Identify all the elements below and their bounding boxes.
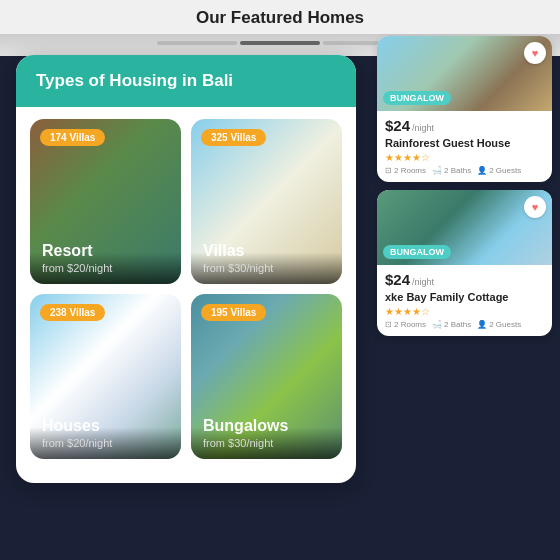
- property-card-2[interactable]: Bungalow ♥ $24 /night xke Bay Family Cot…: [377, 190, 552, 336]
- panel-header: Types of Housing in Bali: [16, 55, 356, 107]
- bath-icon: 🛁: [432, 166, 442, 175]
- bungalows-overlay: Bungalows from $30/night: [191, 406, 342, 459]
- left-panel: Types of Housing in Bali 174 Villas Reso…: [16, 55, 356, 483]
- panel-header-title: Types of Housing in Bali: [36, 71, 336, 91]
- card2-image: Bungalow ♥: [377, 190, 552, 265]
- villas-price: from $30/night: [203, 262, 330, 274]
- bungalows-villas-count: 195 Villas: [201, 304, 266, 321]
- villas-count: 325 Villas: [201, 129, 266, 146]
- rooms-icon-2: ⊡: [385, 320, 392, 329]
- housing-item-bungalows[interactable]: 195 Villas Bungalows from $30/night: [191, 294, 342, 459]
- card1-price-row: $24 /night: [385, 117, 544, 134]
- housing-item-houses[interactable]: 238 Villas Houses from $20/night: [30, 294, 181, 459]
- card1-guests: 👤 2 Guests: [477, 166, 521, 175]
- card1-meta: ⊡ 2 Rooms 🛁 2 Baths 👤 2 Guests: [385, 166, 544, 175]
- housing-grid: 174 Villas Resort from $20/night 325 Vil…: [16, 107, 356, 471]
- houses-villas-count: 238 Villas: [40, 304, 105, 321]
- card1-baths: 🛁 2 Baths: [432, 166, 471, 175]
- card2-price-row: $24 /night: [385, 271, 544, 288]
- right-panel: Bungalow ♥ $24 /night Rainforest Guest H…: [377, 36, 552, 336]
- page-title: Our Featured Homes: [0, 0, 560, 34]
- property-card-1[interactable]: Bungalow ♥ $24 /night Rainforest Guest H…: [377, 36, 552, 182]
- houses-name: Houses: [42, 416, 169, 435]
- houses-overlay: Houses from $20/night: [30, 406, 181, 459]
- card1-heart-button[interactable]: ♥: [524, 42, 546, 64]
- card2-badge: Bungalow: [383, 245, 451, 259]
- housing-item-villas[interactable]: 325 Villas Villas from $30/night: [191, 119, 342, 284]
- guest-icon-2: 👤: [477, 320, 487, 329]
- card2-guests: 👤 2 Guests: [477, 320, 521, 329]
- villas-overlay: Villas from $30/night: [191, 231, 342, 284]
- scroll-dot-2: [240, 41, 320, 45]
- resort-name: Resort: [42, 241, 169, 260]
- card1-image: Bungalow ♥: [377, 36, 552, 111]
- card2-baths: 🛁 2 Baths: [432, 320, 471, 329]
- card2-meta: ⊡ 2 Rooms 🛁 2 Baths 👤 2 Guests: [385, 320, 544, 329]
- card2-stars: ★★★★☆: [385, 306, 544, 317]
- card1-rooms: ⊡ 2 Rooms: [385, 166, 426, 175]
- bungalows-name: Bungalows: [203, 416, 330, 435]
- card1-price-suffix: /night: [412, 123, 434, 133]
- bungalows-price: from $30/night: [203, 437, 330, 449]
- housing-item-resort[interactable]: 174 Villas Resort from $20/night: [30, 119, 181, 284]
- scroll-dots: [157, 41, 403, 45]
- guest-icon: 👤: [477, 166, 487, 175]
- card1-stars: ★★★★☆: [385, 152, 544, 163]
- scroll-dot-1: [157, 41, 237, 45]
- rooms-icon: ⊡: [385, 166, 392, 175]
- card2-rooms: ⊡ 2 Rooms: [385, 320, 426, 329]
- card2-price-suffix: /night: [412, 277, 434, 287]
- bath-icon-2: 🛁: [432, 320, 442, 329]
- resort-overlay: Resort from $20/night: [30, 231, 181, 284]
- resort-price: from $20/night: [42, 262, 169, 274]
- card2-title: xke Bay Family Cottage: [385, 291, 544, 303]
- resort-villas-count: 174 Villas: [40, 129, 105, 146]
- card2-heart-button[interactable]: ♥: [524, 196, 546, 218]
- card2-body: $24 /night xke Bay Family Cottage ★★★★☆ …: [377, 265, 552, 336]
- card2-price: $24: [385, 271, 410, 288]
- villas-name: Villas: [203, 241, 330, 260]
- houses-price: from $20/night: [42, 437, 169, 449]
- card1-body: $24 /night Rainforest Guest House ★★★★☆ …: [377, 111, 552, 182]
- card1-price: $24: [385, 117, 410, 134]
- card1-title: Rainforest Guest House: [385, 137, 544, 149]
- card1-badge: Bungalow: [383, 91, 451, 105]
